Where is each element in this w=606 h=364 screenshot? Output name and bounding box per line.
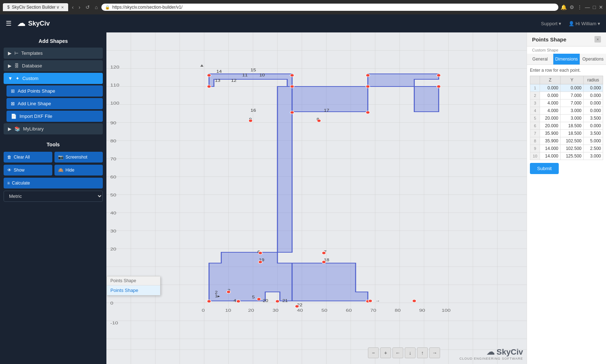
zoom-in-btn[interactable]: + [380,347,391,358]
row-y[interactable]: 125.500 [560,152,583,160]
templates-icon: ⊢ [14,50,18,56]
calculate-btn[interactable]: ≡ Calculate [4,178,103,188]
pan-down-btn[interactable]: ↓ [405,347,416,358]
add-points-btn[interactable]: ⊞ Add Points Shape [6,85,103,97]
row-z[interactable]: 0.000 [540,92,560,99]
row-y[interactable]: 3.000 [560,107,583,115]
svg-text:20: 20 [248,308,254,313]
row-z[interactable]: 20.000 [540,115,560,122]
row-z[interactable]: 35.900 [540,137,560,145]
row-z[interactable]: 14.000 [540,152,560,160]
row-z[interactable]: 14.000 [540,145,560,152]
metric-select[interactable]: Metric Imperial [4,191,103,202]
pan-right-btn[interactable]: → [429,347,440,358]
browser-tab[interactable]: $ SkyCiv Section Builder v ✕ [3,3,68,11]
url-text: https://skyciv.com/section-builder/v1/ [112,5,183,10]
minimize-icon[interactable]: — [585,4,590,10]
row-z[interactable]: 4.000 [540,107,560,115]
sidebar-item-custom[interactable]: ▼ ✦ Custom [4,73,103,84]
forward-btn[interactable]: › [77,4,82,11]
row-radius[interactable]: 3.000 [584,152,603,160]
notifications-icon[interactable]: 🔔 [561,4,567,10]
table-row[interactable]: 4 4.000 3.000 0.000 [530,107,603,115]
pan-up-btn[interactable]: ↑ [417,347,428,358]
row-z[interactable]: 4.000 [540,99,560,107]
maximize-icon[interactable]: □ [593,4,596,10]
panel-close-btn[interactable]: × [594,36,601,43]
support-link[interactable]: Support ▾ [541,21,561,26]
sidebar-item-templates[interactable]: ▶ ⊢ Templates [4,48,103,59]
svg-text:50: 50 [321,308,328,313]
sidebar-item-mylibrary[interactable]: ▶ 📚 MyLibrary [4,123,103,134]
context-menu[interactable]: Points Shape Points Shape [106,276,161,296]
logo-text: SkyCiv [28,20,50,27]
table-row[interactable]: 5 20.000 3.000 3.500 [530,115,603,122]
tab-general[interactable]: General [527,54,553,65]
row-z[interactable]: 35.900 [540,130,560,137]
arrow-icon: ▶ [8,50,12,56]
row-radius[interactable]: 3.500 [584,130,603,137]
tab-close-btn[interactable]: ✕ [61,5,64,9]
svg-text:20: 20 [263,299,268,303]
row-radius[interactable]: 0.000 [584,92,603,99]
browser-right-controls: 🔔 ⚙ ⋮ — □ ✕ [561,4,603,10]
import-dxf-btn[interactable]: 📄 Import DXF File [6,111,103,122]
row-radius[interactable]: 5.000 [584,137,603,145]
row-radius[interactable]: 2.500 [584,145,603,152]
row-y[interactable]: 3.000 [560,115,583,122]
row-radius[interactable]: 3.500 [584,115,603,122]
row-y[interactable]: 18.500 [560,122,583,130]
refresh-btn[interactable]: ↺ [84,4,91,11]
row-y[interactable]: 7.000 [560,92,583,99]
zoom-out-btn[interactable]: − [368,347,379,358]
tab-operations[interactable]: Operations [580,54,606,65]
table-row[interactable]: 3 4.000 7.000 0.000 [530,99,603,107]
row-z[interactable]: 0.000 [540,84,560,92]
table-row[interactable]: 7 35.900 18.500 3.500 [530,130,603,137]
row-y[interactable]: 102.500 [560,137,583,145]
database-icon: 🗄 [14,63,19,68]
table-row[interactable]: 10 14.000 125.500 3.000 [530,152,603,160]
table-row[interactable]: 9 14.000 102.500 2.500 [530,145,603,152]
row-y[interactable]: 102.500 [560,145,583,152]
table-row[interactable]: 1 0.000 0.000 0.000 [530,84,603,92]
hamburger-menu[interactable]: ☰ [6,19,12,27]
hide-btn[interactable]: 🙈 Hide [54,165,103,176]
table-row[interactable]: 6 20.000 18.500 0.000 [530,122,603,130]
pan-left-btn[interactable]: ← [392,347,403,358]
row-z[interactable]: 20.000 [540,122,560,130]
svg-point-85 [290,74,294,77]
user-menu[interactable]: 👤 Hi William ▾ [568,21,600,26]
svg-point-92 [290,111,294,114]
submit-btn[interactable]: Submit [530,163,559,174]
row-radius[interactable]: 0.000 [584,122,603,130]
add-line-btn[interactable]: ⊠ Add Line Shape [6,98,103,109]
svg-text:90: 90 [419,308,425,313]
row-y[interactable]: 18.500 [560,130,583,137]
address-bar[interactable]: 🔒 https://skyciv.com/section-builder/v1/ [101,4,558,11]
menu-icon[interactable]: ⋮ [577,4,582,10]
clear-all-btn[interactable]: 🗑 Clear All [4,152,52,163]
tab-dimensions[interactable]: Dimensions [553,54,580,65]
svg-text:30: 30 [273,308,279,313]
close-icon[interactable]: ✕ [599,4,603,10]
row-radius[interactable]: 0.000 [584,99,603,107]
context-menu-item[interactable]: Points Shape [107,285,160,295]
svg-text:60: 60 [346,308,352,313]
table-row[interactable]: 8 35.900 102.500 5.000 [530,137,603,145]
sidebar-item-database[interactable]: ▶ 🗄 Database [4,60,103,71]
extensions-icon[interactable]: ⚙ [570,4,574,10]
row-radius[interactable]: 0.000 [584,84,603,92]
table-row[interactable]: 2 0.000 7.000 0.000 [530,92,603,99]
screenshot-btn[interactable]: 📷 Screenshot [54,152,103,163]
row-y[interactable]: 7.000 [560,99,583,107]
svg-point-102 [236,300,240,303]
row-y[interactable]: 0.000 [560,84,583,92]
svg-text:14: 14 [216,70,222,74]
row-radius[interactable]: 0.000 [584,107,603,115]
show-btn[interactable]: 👁 Show [4,165,52,176]
svg-point-101 [227,290,230,293]
back-btn[interactable]: ‹ [70,4,75,11]
canvas-area[interactable]: 120 110 100 90 80 70 60 50 40 30 20 10 0… [106,32,527,364]
home-btn[interactable]: ⌂ [93,4,99,11]
